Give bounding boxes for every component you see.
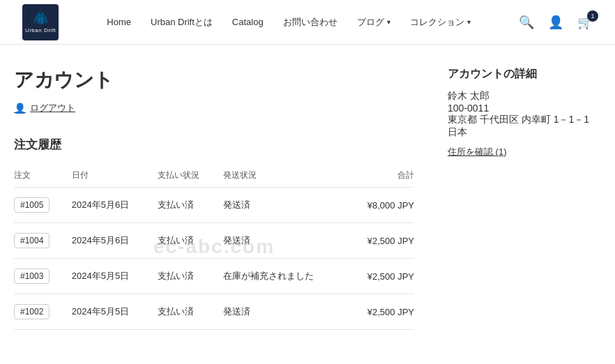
nav-about[interactable]: Urban Driftとは	[151, 16, 213, 29]
order-history-title: 注文履歴	[14, 137, 414, 153]
main-nav: Home Urban Driftとは Catalog お問い合わせ ブログ ▾ …	[107, 16, 470, 29]
order-total-cell: ¥8,000 JPY	[353, 188, 414, 223]
order-table-container: ec-abc.com 注文 日付 支払い状況 発送状況 合計 #1005 202…	[14, 164, 414, 330]
order-payment-cell: 支払い済	[158, 294, 223, 330]
chevron-down-icon: ▾	[387, 18, 390, 26]
order-shipping-cell: 発送済	[223, 188, 353, 223]
order-number-cell[interactable]: #1005	[14, 188, 72, 223]
search-button[interactable]: 🔍	[519, 15, 534, 30]
account-postal: 100-0011	[448, 103, 601, 114]
order-total-cell: ¥2,500 JPY	[353, 223, 414, 259]
order-payment-cell: 支払い済	[158, 188, 223, 223]
col-total: 合計	[353, 164, 414, 188]
order-date-cell: 2024年5月5日	[72, 259, 158, 294]
order-number-cell[interactable]: #1002	[14, 294, 72, 330]
header: 🧥 Urban Drift Home Urban Driftとは Catalog…	[0, 0, 615, 45]
order-payment-cell: 支払い済	[158, 259, 223, 294]
order-number-link[interactable]: #1005	[14, 197, 50, 213]
col-shipping: 発送状況	[223, 164, 353, 188]
person-icon: 👤	[14, 103, 26, 114]
nav-collections[interactable]: コレクション ▾	[410, 16, 471, 29]
order-number-link[interactable]: #1002	[14, 304, 50, 319]
order-number-link[interactable]: #1004	[14, 233, 50, 248]
nav-home[interactable]: Home	[107, 17, 131, 27]
order-total-cell: ¥2,500 JPY	[353, 259, 414, 294]
table-header-row: 注文 日付 支払い状況 発送状況 合計	[14, 164, 414, 188]
order-number-link[interactable]: #1003	[14, 268, 50, 284]
order-number-cell[interactable]: #1004	[14, 223, 72, 259]
nav-catalog[interactable]: Catalog	[232, 17, 264, 27]
order-table: 注文 日付 支払い状況 発送状況 合計 #1005 2024年5月6日 支払い済…	[14, 164, 414, 330]
cart-button[interactable]: 🛒 1	[577, 15, 593, 30]
content-left: アカウント 👤 ログアウト 注文履歴 ec-abc.com 注文 日付 支払い状…	[14, 67, 414, 330]
address-confirm-link[interactable]: 住所を確認 (1)	[448, 146, 507, 158]
account-details-title: アカウントの詳細	[448, 67, 601, 82]
order-date-cell: 2024年5月5日	[72, 294, 158, 330]
chevron-down-icon: ▾	[467, 18, 471, 26]
account-info: 鈴木 太郎 100-0011 東京都 千代田区 内幸町 1－1－1 日本	[448, 90, 601, 139]
order-shipping-cell: 発送済	[223, 223, 353, 259]
main-content: アカウント 👤 ログアウト 注文履歴 ec-abc.com 注文 日付 支払い状…	[0, 45, 615, 352]
logo-box: 🧥 Urban Drift	[22, 4, 59, 40]
header-actions: 🔍 👤 🛒 1	[519, 15, 593, 30]
nav-blog[interactable]: ブログ ▾	[357, 16, 390, 29]
order-date-cell: 2024年5月6日	[72, 223, 158, 259]
order-shipping-cell: 発送済	[223, 294, 353, 330]
col-payment: 支払い状況	[158, 164, 223, 188]
account-country: 日本	[448, 126, 601, 139]
order-total-cell: ¥2,500 JPY	[353, 294, 414, 330]
logout-label: ログアウト	[30, 102, 75, 114]
order-date-cell: 2024年5月6日	[72, 188, 158, 223]
nav-contact[interactable]: お問い合わせ	[283, 16, 337, 29]
col-date: 日付	[72, 164, 158, 188]
content-right: アカウントの詳細 鈴木 太郎 100-0011 東京都 千代田区 内幸町 1－1…	[448, 67, 601, 330]
page-title: アカウント	[14, 67, 414, 93]
account-address: 東京都 千代田区 内幸町 1－1－1	[448, 114, 601, 126]
hanger-icon: 🧥	[33, 10, 48, 26]
account-button[interactable]: 👤	[548, 15, 563, 30]
table-row: #1002 2024年5月5日 支払い済 発送済 ¥2,500 JPY	[14, 294, 414, 330]
col-order: 注文	[14, 164, 72, 188]
logo[interactable]: 🧥 Urban Drift	[22, 4, 59, 40]
cart-badge: 1	[587, 10, 598, 22]
table-row: #1005 2024年5月6日 支払い済 発送済 ¥8,000 JPY	[14, 188, 414, 223]
table-row: #1003 2024年5月5日 支払い済 在庫が補充されました ¥2,500 J…	[14, 259, 414, 294]
order-payment-cell: 支払い済	[158, 223, 223, 259]
order-shipping-cell: 在庫が補充されました	[223, 259, 353, 294]
account-name: 鈴木 太郎	[448, 90, 601, 103]
logout-link[interactable]: 👤 ログアウト	[14, 102, 414, 114]
logo-text: Urban Drift	[25, 27, 56, 33]
order-number-cell[interactable]: #1003	[14, 259, 72, 294]
table-row: #1004 2024年5月6日 支払い済 発送済 ¥2,500 JPY	[14, 223, 414, 259]
